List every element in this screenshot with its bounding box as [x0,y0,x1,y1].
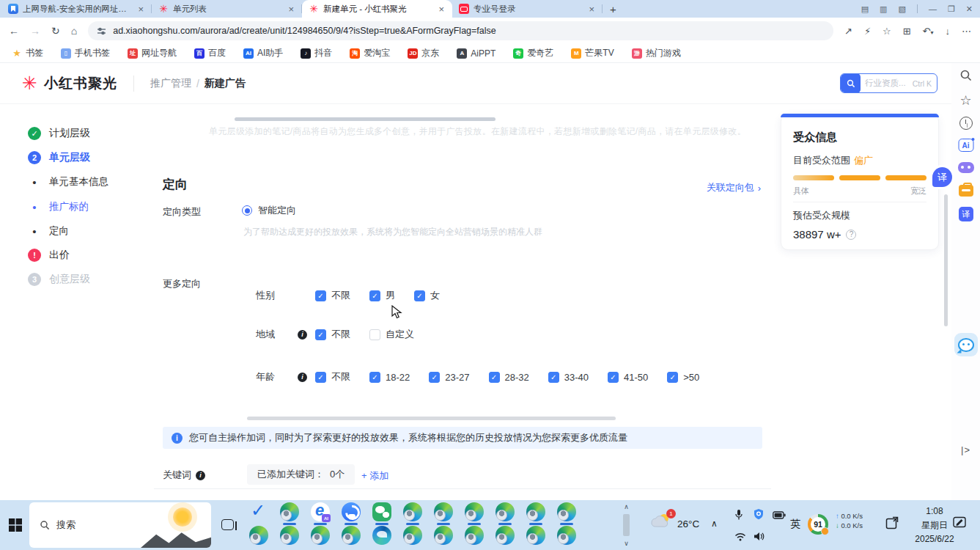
gender-checkbox-option[interactable]: 不限 [315,289,350,302]
header-search-box[interactable]: 行业资质... Ctrl K [840,73,937,93]
taskbar-app-button[interactable] [342,526,361,548]
more-menu-icon[interactable]: ⋯ [962,26,971,37]
browser-theme-icon[interactable]: ▧ [899,5,906,13]
checkbox-icon[interactable] [667,372,678,383]
bookmark-item[interactable]: 淘 爱淘宝 [350,47,390,59]
taskbar-app-button[interactable] [372,502,391,524]
bookmark-item[interactable]: 奇 爱奇艺 [513,47,553,59]
url-text[interactable]: ad.xiaohongshu.com/aurora/ad/create/unit… [113,26,825,36]
downloads-icon[interactable]: ↓ [946,26,951,37]
wifi-icon[interactable] [734,532,746,543]
age-checkbox-option[interactable]: 23-27 [429,372,469,383]
rail-search-icon[interactable] [959,69,973,82]
taskbar-app-button[interactable] [249,502,268,524]
info-icon[interactable]: i [298,373,307,382]
speaker-icon[interactable] [754,532,765,543]
add-keyword-button[interactable]: + 添加 [361,469,388,483]
task-view-button[interactable] [221,519,234,530]
favorite-star-icon[interactable]: ☆ [883,26,891,37]
question-icon[interactable]: ? [846,230,856,240]
refresh-button[interactable]: ↻ [51,25,60,37]
screenshot-tool-icon[interactable] [885,516,899,532]
gender-checkbox-option[interactable]: 男 [369,289,395,302]
checkbox-icon[interactable] [369,372,380,383]
sidebar-step-item[interactable]: 2 单元层级 [28,150,90,165]
tab-close-icon[interactable]: × [587,4,596,15]
search-icon[interactable] [841,73,861,93]
region-checkbox-option[interactable]: 自定义 [369,328,414,341]
checkbox-icon[interactable] [608,372,619,383]
page-vertical-scrollbar[interactable] [944,194,948,326]
horizontal-scrollbar[interactable] [247,417,616,420]
taskbar-app-button[interactable] [280,526,299,548]
rail-translate-icon[interactable]: 译 [959,207,973,221]
taskbar-app-button[interactable] [465,502,484,524]
bookmark-item[interactable]: JD 京东 [408,47,439,59]
close-button[interactable]: ✕ [966,5,973,13]
rail-chat-assistant-icon[interactable] [954,333,978,356]
bookmark-item[interactable]: ★ 书签 [12,47,43,59]
rail-games-icon[interactable] [958,162,974,173]
taskbar-app-button[interactable] [249,526,268,548]
sidebar-step-item[interactable]: • 单元基本信息 [28,175,108,189]
sidebar-step-item[interactable]: • 定向 [28,224,69,238]
checkbox-icon[interactable] [369,290,380,301]
taskbar-app-button[interactable] [311,502,330,524]
smart-targeting-option[interactable]: 智能定向 [242,204,296,217]
battery-percent-ring[interactable]: 91 [808,514,828,535]
share-icon[interactable]: ↗ [844,26,852,37]
start-button[interactable] [9,518,22,535]
network-speed-indicator[interactable]: ↑ 0.0 K/s ↓ 0.0 K/s [836,511,863,530]
home-button[interactable]: ⌂ [71,25,77,37]
info-icon[interactable]: i [196,471,205,480]
browser-tab[interactable]: 单元列表 × [152,0,302,18]
checkbox-icon[interactable] [429,372,440,383]
taskbar-app-button[interactable] [280,502,299,524]
taskbar-app-button[interactable] [557,526,576,548]
breadcrumb-parent[interactable]: 推广管理 [150,77,191,90]
horizontal-scrollbar[interactable] [235,117,495,121]
browser-tab[interactable]: 新建单元 - 小红书聚光 × [302,0,452,18]
checkbox-icon[interactable] [414,290,425,301]
checkbox-icon[interactable] [315,329,326,340]
temperature-text[interactable]: 26°C [677,518,699,529]
forward-button[interactable]: → [30,25,40,37]
search-highlight-weather-image[interactable] [141,502,211,548]
taskbar-app-button[interactable] [434,502,453,524]
checkbox-icon[interactable] [489,372,500,383]
age-checkbox-option[interactable]: 18-22 [369,372,410,383]
checkbox-icon[interactable] [315,372,326,383]
rail-ai-icon[interactable]: Ai [958,139,973,152]
checkbox-icon[interactable] [369,329,380,340]
browser-tab[interactable]: 上网导航-安全实用的网址导航 × [1,0,152,18]
age-checkbox-option[interactable]: 不限 [315,370,350,384]
scroll-down-icon[interactable]: ∨ [624,540,629,547]
taskbar-app-button[interactable] [342,502,361,524]
age-checkbox-option[interactable]: 33-40 [548,372,589,383]
sidebar-step-item[interactable]: 3 创意层级 [28,272,90,287]
taskbar-scrollbar[interactable]: ∧ ∨ [622,503,631,547]
tray-expand-icon[interactable]: ∧ [711,518,718,529]
taskbar-search-box[interactable]: 搜索 [29,502,211,548]
bookmark-item[interactable]: A AiPPT [457,48,495,59]
rail-workspace-icon[interactable] [959,185,973,197]
targeting-pack-link[interactable]: 关联定向包 › [707,181,761,194]
notification-center-icon[interactable] [953,516,967,531]
bookmark-item[interactable]: 址 网址导航 [128,47,177,59]
age-checkbox-option[interactable]: >50 [667,372,699,383]
bookmark-item[interactable]: 游 热门游戏 [632,47,681,59]
bookmark-item[interactable]: AI AI助手 [243,47,283,59]
taskbar-app-button[interactable] [434,526,453,548]
taskbar-app-button[interactable] [526,526,545,548]
taskbar-app-button[interactable] [557,502,576,524]
radio-selected-icon[interactable] [242,205,252,216]
app-logo-text[interactable]: 小红书聚光 [44,74,117,93]
taskbar-app-button[interactable] [403,526,422,548]
bookmark-item[interactable]: ▯ 手机书签 [61,47,110,59]
translate-floating-button[interactable]: 译 [932,167,952,187]
scroll-up-icon[interactable]: ∧ [624,503,629,510]
lightning-icon[interactable]: ⚡ [864,26,871,37]
battery-icon[interactable] [773,510,786,521]
tab-close-icon[interactable]: × [136,4,145,15]
taskbar-app-button[interactable] [403,502,422,524]
